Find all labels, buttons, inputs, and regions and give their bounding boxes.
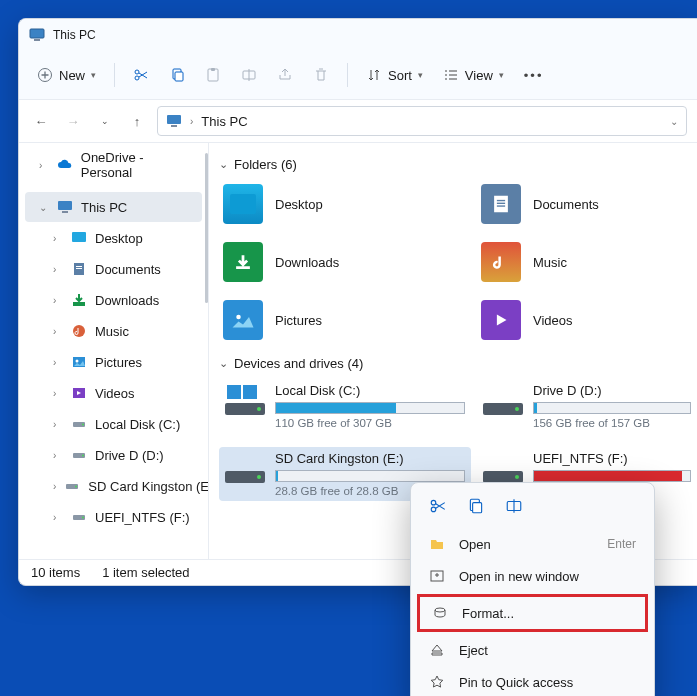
folder-desktop[interactable]: Desktop xyxy=(219,180,471,228)
sidebar-item-pictures[interactable]: ›Pictures xyxy=(25,347,202,377)
star-icon xyxy=(429,674,445,690)
address-bar: ← → ⌄ ↑ › This PC ⌄ xyxy=(19,99,697,143)
rename-button[interactable] xyxy=(233,61,265,89)
menu-format[interactable]: Format... xyxy=(420,597,645,629)
menu-eject[interactable]: Eject xyxy=(417,634,648,666)
documents-icon xyxy=(71,261,87,277)
svg-rect-14 xyxy=(72,232,86,242)
address-input[interactable]: › This PC ⌄ xyxy=(157,106,687,136)
drive-icon xyxy=(71,447,87,463)
view-button[interactable]: View ▾ xyxy=(435,61,512,89)
folder-pictures[interactable]: Pictures xyxy=(219,296,471,344)
drive-icon xyxy=(225,451,265,485)
cut-button[interactable] xyxy=(429,497,447,518)
copy-icon xyxy=(467,497,485,515)
scissors-icon xyxy=(429,497,447,515)
folder-open-icon xyxy=(429,536,445,552)
up-button[interactable]: ↑ xyxy=(125,109,149,133)
svg-rect-0 xyxy=(30,29,44,38)
folder-downloads[interactable]: Downloads xyxy=(219,238,471,286)
cut-button[interactable] xyxy=(125,61,157,89)
folder-music[interactable]: Music xyxy=(477,238,697,286)
forward-button[interactable]: → xyxy=(61,109,85,133)
toolbar: New ▾ Sort ▾ View ▾ ••• xyxy=(19,51,697,99)
copy-icon xyxy=(169,67,185,83)
svg-point-21 xyxy=(76,360,79,363)
svg-point-49 xyxy=(431,500,436,505)
documents-icon xyxy=(490,193,512,215)
menu-open[interactable]: OpenEnter xyxy=(417,528,648,560)
back-button[interactable]: ← xyxy=(29,109,53,133)
drive-icon xyxy=(71,509,87,525)
chevron-down-icon: ⌄ xyxy=(219,357,228,370)
svg-rect-17 xyxy=(76,268,82,269)
collapse-icon[interactable]: ⌄ xyxy=(39,202,49,213)
chevron-right-icon: › xyxy=(190,116,193,127)
sort-button[interactable]: Sort ▾ xyxy=(358,61,431,89)
highlight-box: Format... xyxy=(417,594,648,632)
share-button[interactable] xyxy=(269,61,301,89)
expand-icon[interactable]: › xyxy=(39,160,49,171)
svg-rect-51 xyxy=(473,503,482,513)
folder-documents[interactable]: Documents xyxy=(477,180,697,228)
svg-point-47 xyxy=(515,475,519,479)
paste-button[interactable] xyxy=(197,61,229,89)
svg-rect-16 xyxy=(76,266,82,267)
sidebar-item-documents[interactable]: ›Documents xyxy=(25,254,202,284)
this-pc-icon xyxy=(57,199,73,215)
music-icon xyxy=(71,323,87,339)
svg-rect-31 xyxy=(230,194,256,214)
svg-point-24 xyxy=(82,424,84,426)
sidebar-item-onedrive[interactable]: ›OneDrive - Personal xyxy=(25,150,202,180)
drive-d[interactable]: Drive D (D:)156 GB free of 157 GB xyxy=(477,379,697,433)
svg-point-19 xyxy=(73,325,85,337)
drives-header[interactable]: ⌄Devices and drives (4) xyxy=(219,356,697,371)
sidebar-item-music[interactable]: ›Music xyxy=(25,316,202,346)
window-title: This PC xyxy=(53,28,96,42)
sidebar-item-local-disk[interactable]: ›Local Disk (C:) xyxy=(25,409,202,439)
folders-header[interactable]: ⌄Folders (6) xyxy=(219,157,697,172)
navigation-pane: ›OneDrive - Personal ⌄This PC ›Desktop ›… xyxy=(19,143,209,559)
recent-button[interactable]: ⌄ xyxy=(93,109,117,133)
rename-icon xyxy=(505,497,523,515)
drive-icon xyxy=(71,416,87,432)
folder-videos[interactable]: Videos xyxy=(477,296,697,344)
rename-button[interactable] xyxy=(505,497,523,518)
more-button[interactable]: ••• xyxy=(516,62,552,89)
download-icon xyxy=(232,251,254,273)
svg-rect-33 xyxy=(497,200,505,201)
sidebar-item-drive-d[interactable]: ›Drive D (D:) xyxy=(25,440,202,470)
sidebar-item-videos[interactable]: ›Videos xyxy=(25,378,202,408)
svg-rect-1 xyxy=(34,39,40,41)
windows-drive-icon xyxy=(225,383,265,417)
copy-button[interactable] xyxy=(161,61,193,89)
menu-pin-quick-access[interactable]: Pin to Quick access xyxy=(417,666,648,696)
copy-button[interactable] xyxy=(467,497,485,518)
titlebar: This PC xyxy=(19,19,697,51)
this-pc-icon xyxy=(29,27,45,43)
chevron-down-icon: ▾ xyxy=(91,70,96,80)
desktop-icon xyxy=(71,230,87,246)
folder-icon xyxy=(230,194,256,214)
svg-point-48 xyxy=(431,507,436,512)
sidebar-item-desktop[interactable]: ›Desktop xyxy=(25,223,202,253)
sidebar-item-downloads[interactable]: ›Downloads xyxy=(25,285,202,315)
rename-icon xyxy=(241,67,257,83)
chevron-down-icon[interactable]: ⌄ xyxy=(670,116,678,127)
chevron-down-icon: ⌄ xyxy=(219,158,228,171)
sidebar-item-uefi[interactable]: ›UEFI_NTFS (F:) xyxy=(25,502,202,532)
drive-icon xyxy=(483,383,523,417)
sidebar-item-this-pc[interactable]: ⌄This PC xyxy=(25,192,202,222)
svg-rect-40 xyxy=(227,385,241,399)
pictures-icon xyxy=(71,354,87,370)
delete-button[interactable] xyxy=(305,61,337,89)
chevron-down-icon: ▾ xyxy=(418,70,423,80)
svg-rect-8 xyxy=(211,68,215,71)
share-icon xyxy=(277,67,293,83)
breadcrumb[interactable]: This PC xyxy=(201,114,247,129)
new-button[interactable]: New ▾ xyxy=(29,61,104,89)
menu-open-new-window[interactable]: Open in new window xyxy=(417,560,648,592)
sidebar-item-sd-card[interactable]: ›SD Card Kingston (E:) xyxy=(25,471,202,501)
downloads-icon xyxy=(71,292,87,308)
drive-local-c[interactable]: Local Disk (C:)110 GB free of 307 GB xyxy=(219,379,471,433)
